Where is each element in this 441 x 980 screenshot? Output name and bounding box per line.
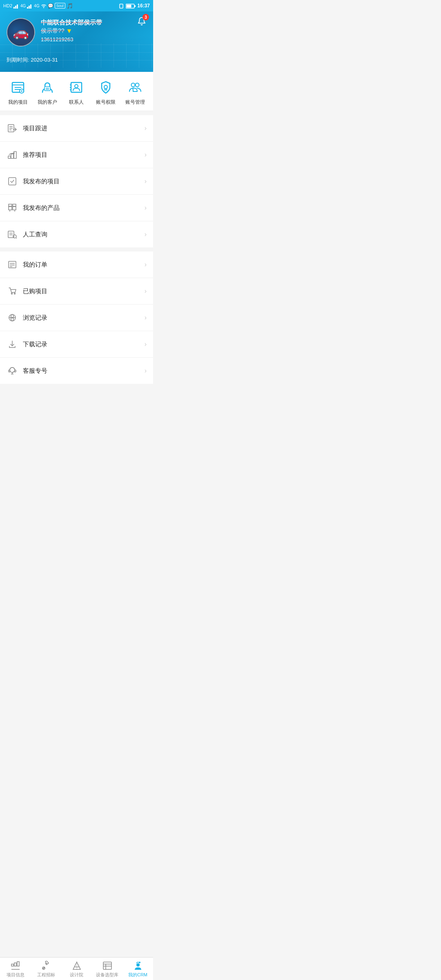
avatar[interactable] [7, 18, 35, 47]
my-published-products-label: 我发布的产品 [23, 204, 145, 212]
project-tracking-icon [7, 122, 18, 134]
nav-contacts-label: 联系人 [69, 99, 84, 106]
my-orders-icon [7, 259, 18, 270]
browse-history-icon [7, 312, 18, 323]
wifi-icon [41, 3, 47, 9]
svg-rect-2 [17, 4, 18, 9]
menu-item-customer-service[interactable]: 客服专号 › [0, 358, 153, 384]
arrow-icon-0: › [145, 125, 147, 132]
battery-icon [126, 3, 136, 9]
header-banner: 3 中能联合技术部侯示带 侯示带?? ▼ 13611219263 到期时间: 2… [0, 11, 153, 72]
svg-rect-37 [9, 178, 16, 185]
menu-item-my-published-products[interactable]: 我发布的产品 › [0, 195, 153, 221]
contacts-icon [67, 78, 85, 96]
menu-item-download-history[interactable]: 下载记录 › [0, 331, 153, 358]
nav-account-permissions[interactable]: 账号权限 [91, 78, 120, 106]
nav-account-permissions-label: 账号权限 [96, 99, 116, 106]
svg-point-23 [75, 85, 78, 88]
vip-icon: ▼ [66, 27, 73, 35]
svg-rect-19 [45, 87, 50, 91]
svg-rect-40 [9, 204, 12, 206]
svg-point-29 [136, 83, 139, 87]
arrow-icon-4: › [145, 231, 147, 238]
svg-rect-35 [11, 154, 13, 158]
my-projects-icon [9, 78, 27, 96]
arrow-icon-7: › [145, 314, 147, 321]
svg-rect-10 [127, 4, 131, 7]
svg-rect-9 [134, 5, 136, 7]
svg-line-48 [16, 238, 17, 238]
status-left: HD2 4G 4G 💬 Soul 🎵 [3, 3, 73, 9]
arrow-icon-9: › [145, 367, 147, 374]
svg-rect-4 [29, 6, 30, 9]
arrow-icon-8: › [145, 341, 147, 348]
time-display: 16:37 [137, 3, 150, 9]
customer-service-label: 客服专号 [23, 367, 145, 375]
svg-rect-38 [9, 207, 12, 210]
svg-rect-0 [13, 7, 15, 9]
menu-item-project-tracking[interactable]: 项目跟进 › [0, 115, 153, 142]
svg-point-53 [11, 293, 13, 294]
arrow-icon-5: › [145, 261, 147, 268]
menu-section-2: 我的订单 › 已购项目 › [0, 252, 153, 384]
soul-icon: Soul [55, 3, 65, 9]
svg-rect-39 [13, 207, 16, 210]
svg-point-47 [13, 235, 16, 238]
nav-my-customers-label: 我的客户 [38, 99, 57, 106]
download-history-label: 下载记录 [23, 341, 145, 348]
my-orders-label: 我的订单 [23, 261, 145, 269]
phone-number: 13611219263 [41, 36, 147, 42]
nav-account-management[interactable]: 账号管理 [120, 78, 150, 106]
network-indicator: HD2 [3, 3, 12, 8]
svg-rect-3 [27, 7, 28, 9]
menu-item-manual-query[interactable]: 人工查询 › [0, 221, 153, 247]
project-tracking-label: 项目跟进 [23, 125, 145, 132]
customer-service-icon [7, 365, 18, 376]
my-published-products-icon [7, 202, 18, 214]
download-history-icon [7, 339, 18, 350]
svg-point-28 [131, 83, 135, 87]
menu-section-1: 项目跟进 › 推荐项目 › [0, 115, 153, 247]
content-area: 项目跟进 › 推荐项目 › [0, 115, 153, 408]
purchased-projects-label: 已购项目 [23, 287, 145, 295]
sim-label: 4G [20, 4, 26, 8]
user-name: 侯示带?? [41, 27, 65, 35]
menu-item-recommended-projects[interactable]: 推荐项目 › [0, 142, 153, 168]
nav-my-customers[interactable]: 我的客户 [33, 78, 62, 106]
nav-my-projects[interactable]: 我的项目 [3, 78, 33, 106]
svg-point-58 [11, 317, 13, 318]
vibrate-icon [118, 3, 124, 9]
status-bar: HD2 4G 4G 💬 Soul 🎵 16:37 [0, 0, 153, 11]
arrow-icon-1: › [145, 151, 147, 158]
arrow-icon-2: › [145, 178, 147, 185]
expiry-date: 到期时间: 2020-03-31 [7, 56, 147, 64]
status-right: 16:37 [118, 3, 150, 9]
my-published-projects-icon [7, 176, 18, 187]
nav-contacts[interactable]: 联系人 [62, 78, 91, 106]
svg-rect-7 [120, 4, 123, 8]
quick-nav: 我的项目 我的客户 联系人 [0, 72, 153, 111]
signal-4g2 [27, 3, 33, 8]
nav-my-projects-label: 我的项目 [8, 99, 28, 106]
menu-item-purchased-projects[interactable]: 已购项目 › [0, 278, 153, 305]
sim-label2: 4G [34, 4, 39, 8]
recommended-projects-label: 推荐项目 [23, 151, 145, 159]
message-icon: 💬 [48, 3, 53, 9]
menu-item-browse-history[interactable]: 浏览记录 › [0, 305, 153, 331]
recommended-projects-icon [7, 149, 18, 160]
menu-item-my-orders[interactable]: 我的订单 › [0, 252, 153, 278]
menu-item-my-published-projects[interactable]: 我发布的项目 › [0, 168, 153, 195]
arrow-icon-3: › [145, 204, 147, 212]
company-name: 中能联合技术部侯示带 [41, 18, 147, 27]
browse-history-label: 浏览记录 [23, 314, 145, 322]
svg-rect-36 [14, 151, 16, 158]
manual-query-label: 人工查询 [23, 231, 145, 238]
manual-query-icon [7, 229, 18, 240]
my-published-projects-label: 我发布的项目 [23, 178, 145, 185]
svg-rect-1 [15, 6, 16, 9]
nav-account-management-label: 账号管理 [125, 99, 145, 106]
svg-rect-34 [8, 156, 11, 158]
svg-point-54 [14, 293, 16, 294]
account-permissions-icon [97, 78, 115, 96]
profile-info: 中能联合技术部侯示带 侯示带?? ▼ 13611219263 [41, 18, 147, 42]
